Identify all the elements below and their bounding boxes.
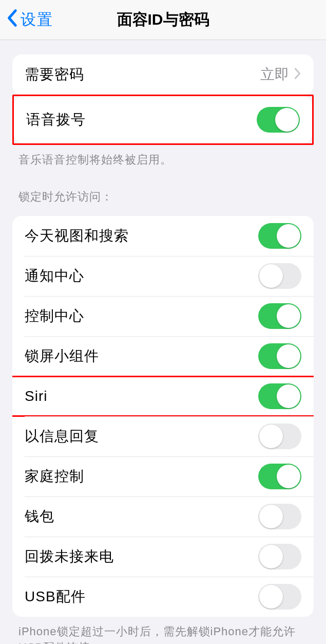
- back-button[interactable]: 设置: [6, 9, 53, 31]
- locked-access-label: 以信息回复: [25, 427, 258, 446]
- locked-access-row: 家庭控制: [12, 456, 314, 496]
- require-passcode-label: 需要密码: [25, 65, 260, 84]
- locked-access-toggle[interactable]: [258, 343, 301, 369]
- locked-access-row: 今天视图和搜索: [12, 216, 314, 256]
- page-title: 面容ID与密码: [117, 9, 209, 30]
- locked-access-toggle[interactable]: [258, 223, 301, 249]
- locked-access-row: 通知中心: [12, 256, 314, 296]
- voice-dial-row: 语音拨号: [14, 96, 312, 143]
- chevron-right-icon: [294, 67, 301, 82]
- highlight-voice-dial: 语音拨号: [12, 95, 314, 145]
- locked-access-label: 控制中心: [25, 306, 258, 326]
- locked-access-row: 以信息回复: [12, 416, 314, 456]
- locked-access-row: 控制中心: [12, 296, 314, 336]
- locked-access-toggle[interactable]: [258, 584, 301, 610]
- locked-access-row: 回拨未接来电: [12, 537, 314, 577]
- locked-access-label: 今天视图和搜索: [25, 226, 258, 246]
- voice-dial-toggle[interactable]: [257, 107, 300, 133]
- locked-access-row: USB配件: [12, 577, 314, 617]
- locked-access-toggle[interactable]: [258, 263, 301, 289]
- require-passcode-row[interactable]: 需要密码 立即: [12, 54, 314, 95]
- locked-access-label: 通知中心: [25, 266, 258, 286]
- locked-access-toggle[interactable]: [258, 424, 301, 449]
- locked-access-toggle[interactable]: [258, 303, 301, 329]
- group-locked-access: 今天视图和搜索通知中心控制中心锁屏小组件Siri以信息回复家庭控制钱包回拨未接来…: [12, 216, 314, 617]
- voice-dial-note: 音乐语音控制将始终被启用。: [0, 145, 326, 168]
- locked-access-toggle[interactable]: [258, 464, 301, 489]
- chevron-left-icon: [6, 9, 17, 31]
- locked-access-label: 锁屏小组件: [25, 346, 258, 366]
- locked-access-label: 家庭控制: [25, 467, 258, 486]
- locked-access-label: USB配件: [25, 587, 258, 606]
- back-label: 设置: [21, 9, 53, 30]
- locked-access-toggle[interactable]: [258, 544, 301, 569]
- group-require-passcode: 需要密码 立即: [12, 54, 314, 95]
- locked-access-footer: iPhone锁定超过一小时后，需先解锁iPhone才能允许USB配件连接。: [0, 617, 326, 644]
- locked-access-header: 锁定时允许访问：: [0, 168, 326, 210]
- locked-access-row: 锁屏小组件: [12, 336, 314, 376]
- locked-access-label: 钱包: [25, 507, 258, 526]
- require-passcode-value: 立即: [260, 65, 289, 84]
- locked-access-label: Siri: [25, 388, 258, 404]
- locked-access-label: 回拨未接来电: [25, 547, 258, 566]
- locked-access-toggle[interactable]: [258, 383, 301, 409]
- voice-dial-label: 语音拨号: [26, 110, 257, 130]
- locked-access-row: Siri: [12, 376, 314, 416]
- nav-bar: 设置 面容ID与密码: [0, 0, 326, 40]
- group-voice-dial: 语音拨号: [14, 96, 312, 143]
- locked-access-toggle[interactable]: [258, 504, 301, 529]
- locked-access-row: 钱包: [12, 496, 314, 537]
